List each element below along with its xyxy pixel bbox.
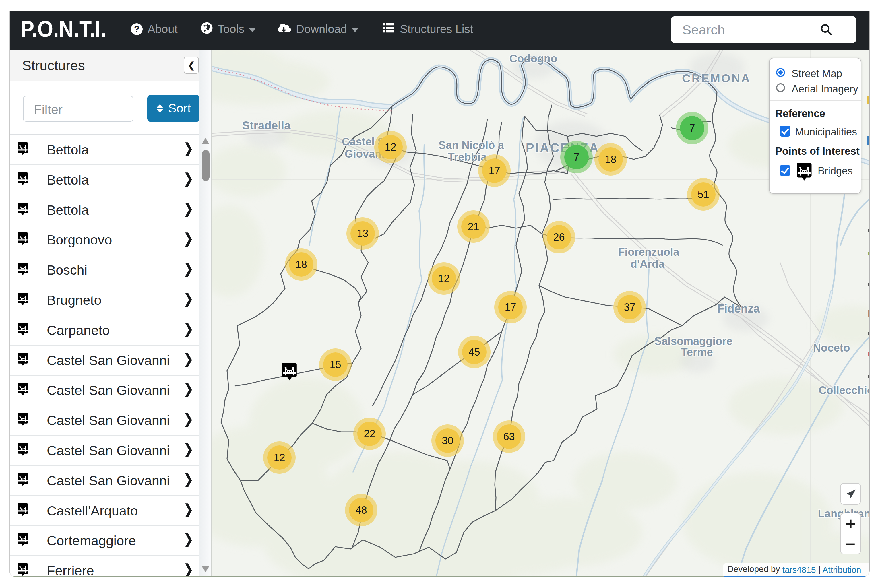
svg-text:Fiorenzuola: Fiorenzuola [618,246,679,258]
svg-text:Collecchio: Collecchio [819,384,869,396]
svg-text:San Nicolò a: San Nicolò a [438,139,504,151]
svg-text:Noceto: Noceto [813,342,850,354]
svg-text:Stradella: Stradella [242,119,291,132]
svg-text:Fidenza: Fidenza [717,302,760,315]
svg-text:Codogno: Codogno [509,52,557,64]
svg-text:CREMONA: CREMONA [682,72,751,85]
svg-text:Salsomaggiore: Salsomaggiore [654,335,732,347]
svg-text:Terme: Terme [681,346,713,358]
svg-text:d'Arda: d'Arda [630,258,665,270]
